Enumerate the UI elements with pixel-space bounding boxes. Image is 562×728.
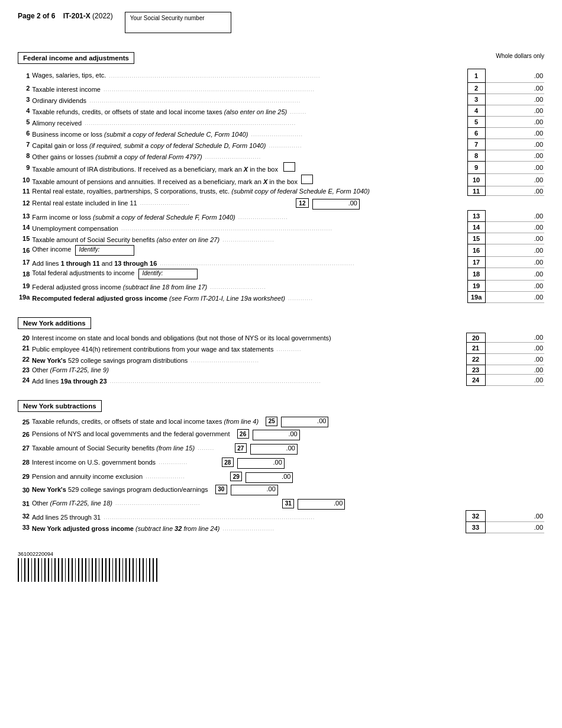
ny-subtractions-title: New York subtractions bbox=[18, 400, 102, 412]
table-row: 13 Farm income or loss (submit a copy of… bbox=[18, 211, 544, 222]
checkbox[interactable] bbox=[301, 175, 313, 184]
table-row: 22 New York's 529 college savings progra… bbox=[18, 354, 544, 365]
line28-input[interactable]: .00 bbox=[237, 458, 285, 469]
ny-subtractions-section: New York subtractions 25 Taxable refunds… bbox=[18, 392, 544, 533]
identify-field[interactable]: Identify: bbox=[75, 245, 134, 256]
identify-field[interactable]: Identify: bbox=[138, 269, 198, 279]
ssn-box[interactable]: Your Social Security number bbox=[125, 12, 231, 33]
table-row: 23 Other (Form IT-225, line 9) 23 .00 bbox=[18, 365, 544, 375]
form-year: (2022) bbox=[92, 12, 113, 20]
barcode-image bbox=[18, 558, 157, 582]
table-row: 17 Add lines 1 through 11 and 13 through… bbox=[18, 257, 544, 268]
checkbox[interactable] bbox=[283, 162, 295, 172]
table-row: 28 Interest income on U.S. government bo… bbox=[18, 455, 544, 469]
table-row: 11 Rental real estate, royalties, partne… bbox=[18, 186, 544, 196]
line25-input[interactable]: .00 bbox=[281, 417, 328, 427]
table-row: 25 Taxable refunds, credits, or offsets … bbox=[18, 415, 544, 429]
page-header: Page 2 of 6 IT-201-X (2022) Your Social … bbox=[18, 12, 544, 33]
table-row: 24 Add lines 19a through 23 ............… bbox=[18, 375, 544, 386]
table-row: 12 Rental real estate included in line 1… bbox=[18, 196, 544, 211]
table-row: 33 New York adjusted gross income (subtr… bbox=[18, 522, 544, 533]
line29-input[interactable]: .00 bbox=[246, 472, 293, 483]
line26-input[interactable]: .00 bbox=[253, 430, 300, 440]
table-row: 4 Taxable refunds, credits, or offsets o… bbox=[18, 105, 544, 117]
table-row: 15 Taxable amount of Social Security ben… bbox=[18, 233, 544, 244]
table-row: 29 Pension and annuity income exclusion … bbox=[18, 469, 544, 484]
ssn-label: Your Social Security number bbox=[130, 15, 226, 21]
page-label: Page 2 of 6 bbox=[18, 12, 55, 20]
form-id: IT-201-X bbox=[63, 12, 91, 20]
table-row: 18 Total federal adjustments to income I… bbox=[18, 268, 544, 281]
federal-section: Federal income and adjustments Whole dol… bbox=[18, 44, 544, 303]
line31-input[interactable]: .00 bbox=[298, 499, 345, 510]
table-row: 21 Public employee 414(h) retirement con… bbox=[18, 343, 544, 354]
ny-additions-table: 20 Interest income on state and local bo… bbox=[18, 333, 544, 386]
table-row: 8 Other gains or losses (submit a copy o… bbox=[18, 150, 544, 162]
barcode-number: 361002220094 bbox=[18, 551, 53, 557]
ny-additions-title: New York additions bbox=[18, 317, 91, 329]
page-info: Page 2 of 6 IT-201-X (2022) bbox=[18, 12, 113, 20]
line-number: 1 bbox=[18, 69, 31, 83]
federal-section-title: Federal income and adjustments bbox=[18, 52, 134, 64]
table-row: 20 Interest income on state and local bo… bbox=[18, 333, 544, 343]
table-row: 5 Alimony received .....................… bbox=[18, 117, 544, 128]
table-row: 9 Taxable amount of IRA distributions. I… bbox=[18, 162, 544, 174]
table-row: 16 Other income Identify: 16 .00 bbox=[18, 244, 544, 257]
line27-input[interactable]: .00 bbox=[250, 444, 298, 455]
amount-field[interactable]: .00 bbox=[485, 69, 544, 83]
table-row: 26 Pensions of NYS and local governments… bbox=[18, 429, 544, 442]
line12-input[interactable]: .00 bbox=[312, 199, 360, 210]
line30-input[interactable]: .00 bbox=[231, 485, 278, 495]
table-row: 10 Taxable amount of pensions and annuit… bbox=[18, 174, 544, 186]
whole-dollars-label: Whole dollars only bbox=[496, 53, 544, 59]
table-row: 30 New York's 529 college savings progra… bbox=[18, 484, 544, 497]
field-box: 1 bbox=[467, 69, 485, 83]
table-row: 2 Taxable interest income ..............… bbox=[18, 83, 544, 94]
ny-subtractions-table: 25 Taxable refunds, credits, or offsets … bbox=[18, 415, 544, 533]
line-label: Wages, salaries, tips, etc. ............… bbox=[31, 69, 467, 83]
table-row: 14 Unemployment compensation ...........… bbox=[18, 222, 544, 233]
table-row: 31 Other (Form IT-225, line 18) ........… bbox=[18, 497, 544, 511]
ny-additions-section: New York additions 20 Interest income on… bbox=[18, 309, 544, 386]
table-row: 7 Capital gain or loss (if required, sub… bbox=[18, 139, 544, 150]
table-row: 27 Taxable amount of Social Security ben… bbox=[18, 441, 544, 455]
table-row: 1 Wages, salaries, tips, etc. ..........… bbox=[18, 69, 544, 83]
barcode-area: 361002220094 bbox=[18, 551, 544, 582]
table-row: 6 Business income or loss (submit a copy… bbox=[18, 128, 544, 139]
table-row: 19 Federal adjusted gross income (subtra… bbox=[18, 281, 544, 292]
table-row: 32 Add lines 25 through 31 .............… bbox=[18, 511, 544, 522]
table-row: 3 Ordinary dividends ...................… bbox=[18, 94, 544, 105]
federal-table: 1 Wages, salaries, tips, etc. ..........… bbox=[18, 69, 544, 303]
table-row: 19a Recomputed federal adjusted gross in… bbox=[18, 292, 544, 303]
